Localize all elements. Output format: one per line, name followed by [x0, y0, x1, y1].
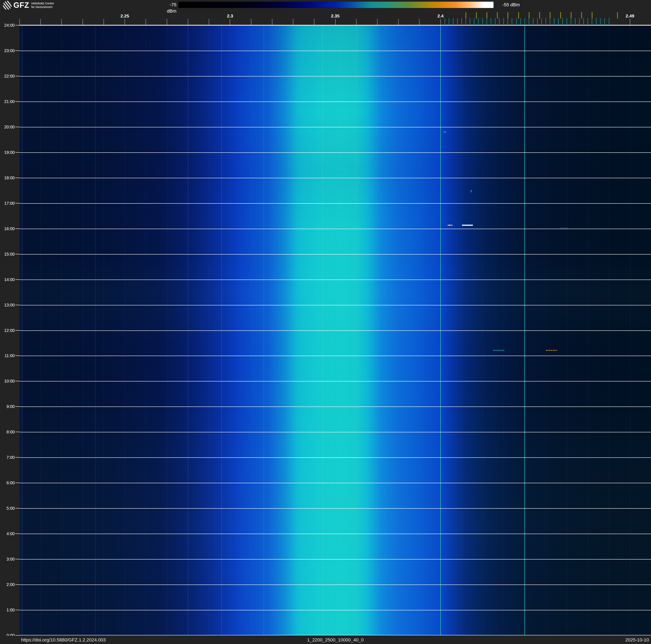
- hour-label: 16:00: [0, 227, 15, 231]
- ble-channel-tick: [525, 18, 525, 25]
- hour-label: 17:00: [0, 201, 15, 205]
- ble-channel-tick: [596, 18, 596, 25]
- freq-minor-tick: [188, 19, 188, 25]
- hour-tick: [15, 508, 20, 508]
- hour-label: 10:00: [0, 379, 15, 383]
- wifi-channel-tick: [497, 12, 498, 19]
- ble-channel-tick: [583, 18, 584, 25]
- ble-channel-tick: [470, 18, 470, 25]
- ble-channel-tick: [550, 18, 550, 25]
- dataset-filename: 1_2200_2500_10000_40_0: [307, 638, 364, 642]
- hour-tick: [15, 584, 20, 585]
- ble-channel-tick: [487, 18, 487, 25]
- ble-channel-tick: [483, 18, 483, 25]
- event-faint-blue-dashes: [560, 228, 568, 228]
- ble-channel-tick: [466, 18, 466, 25]
- ble-channel-tick: [449, 18, 449, 25]
- ble-channel-tick: [562, 18, 563, 25]
- hour-label: 4:00: [0, 531, 15, 536]
- hour-label: 21:00: [0, 99, 15, 104]
- event-cyan-speck-pair: [471, 190, 472, 192]
- hour-tick: [15, 635, 20, 636]
- hour-label: 19:00: [0, 150, 15, 154]
- freq-minor-tick: [83, 19, 83, 25]
- freq-minor-tick: [293, 19, 293, 25]
- hour-tick: [15, 381, 20, 381]
- hour-label: 12:00: [0, 328, 15, 332]
- hour-tick: [15, 330, 20, 331]
- freq-label: 2.4: [437, 13, 443, 19]
- ble-channel-tick: [453, 18, 454, 25]
- hour-label: 1:00: [0, 608, 15, 612]
- frequency-axis: 2.252.32.352.42.49: [0, 0, 651, 25]
- ble-channel-tick: [537, 18, 537, 25]
- hour-tick: [15, 152, 20, 153]
- ble-channel-tick: [529, 18, 529, 25]
- hour-tick: [15, 51, 20, 51]
- hour-label: 9:00: [0, 404, 15, 409]
- ble-channel-tick: [495, 18, 495, 25]
- ble-channel-tick: [507, 18, 508, 25]
- hour-label: 5:00: [0, 506, 15, 510]
- ble-channel-tick: [516, 18, 517, 25]
- wifi-channel-tick: [518, 12, 519, 19]
- spectrogram-plot: [20, 25, 651, 635]
- hour-tick: [15, 355, 20, 356]
- freq-minor-tick: [398, 19, 399, 25]
- wifi-channel-tick: [592, 12, 592, 19]
- hour-tick: [15, 432, 20, 432]
- date-label: 2025-10-10: [625, 638, 649, 642]
- hour-label: 7:00: [0, 455, 15, 460]
- freq-minor-tick: [335, 19, 336, 25]
- ble-channel-tick: [491, 18, 491, 25]
- event-orange-dashes: [546, 350, 557, 351]
- ble-channel-tick: [571, 18, 571, 25]
- freq-label: 2.25: [121, 13, 129, 19]
- hour-tick: [15, 178, 20, 178]
- ble-channel-tick: [520, 18, 521, 25]
- ble-channel-tick: [554, 18, 554, 25]
- freq-minor-tick: [61, 19, 62, 25]
- freq-minor-tick: [19, 19, 20, 25]
- hour-tick: [15, 279, 20, 280]
- freq-minor-tick: [377, 19, 378, 25]
- hour-tick: [15, 610, 20, 610]
- freq-minor-tick: [251, 19, 251, 25]
- hour-label: 15:00: [0, 252, 15, 256]
- ble-channel-tick: [588, 18, 588, 25]
- freq-label: 2.35: [331, 13, 340, 19]
- freq-minor-tick: [230, 19, 230, 25]
- hour-tick: [15, 229, 20, 229]
- wifi-channel-tick: [571, 12, 571, 19]
- ble-channel-tick: [575, 18, 576, 25]
- ble-channel-tick: [457, 18, 458, 25]
- wifi-channel-tick: [507, 12, 508, 19]
- hour-label: 2:00: [0, 582, 15, 587]
- ble-channel-tick: [600, 18, 600, 25]
- freq-minor-tick: [209, 19, 209, 25]
- hour-tick: [15, 457, 20, 458]
- ble-channel-tick: [546, 18, 546, 25]
- wifi-channel-tick: [560, 12, 561, 19]
- hour-label: 13:00: [0, 303, 15, 307]
- freq-minor-tick: [167, 19, 167, 25]
- event-teal-dashes: [493, 350, 504, 351]
- wifi-channel-tick: [466, 12, 466, 19]
- freq-minor-tick: [103, 19, 104, 25]
- hour-tick: [15, 101, 20, 102]
- hour-tick: [15, 203, 20, 203]
- hour-label: 18:00: [0, 176, 15, 180]
- hour-label: 23:00: [0, 49, 15, 53]
- hour-tick: [15, 482, 20, 483]
- hour-label: 3:00: [0, 557, 15, 561]
- ble-channel-tick: [609, 18, 609, 25]
- hour-tick: [15, 305, 20, 305]
- hour-tick: [15, 559, 20, 559]
- wifi-channel-tick: [529, 12, 529, 19]
- wifi-channel-tick: [487, 12, 487, 19]
- freq-label: 2.49: [626, 13, 634, 19]
- event-multicolor-burst: [447, 225, 453, 226]
- hour-label: 22:00: [0, 74, 15, 78]
- hour-label: 11:00: [0, 354, 15, 358]
- ble-channel-tick: [478, 18, 478, 25]
